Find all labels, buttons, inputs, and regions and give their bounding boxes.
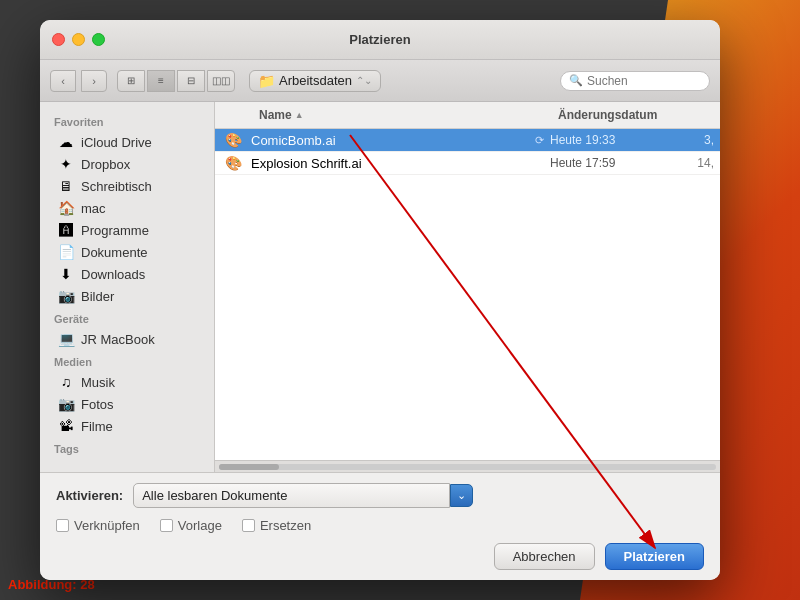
view-columns-button[interactable]: ⊟ [177, 70, 205, 92]
checkbox-verknuepfen-label: Verknüpfen [74, 518, 140, 533]
table-row[interactable]: 🎨 ComicBomb.ai ⟳ Heute 19:33 3, [215, 129, 720, 152]
dokumente-icon: 📄 [58, 244, 74, 260]
view-grid-button[interactable]: ⊞ [117, 70, 145, 92]
file-name-explosion: Explosion Schrift.ai [251, 156, 544, 171]
sort-arrow-icon: ▲ [295, 110, 304, 120]
checkbox-ersetzen-label: Ersetzen [260, 518, 311, 533]
sidebar-label-bilder: Bilder [81, 289, 114, 304]
sidebar-item-fotos[interactable]: 📷 Fotos [44, 393, 210, 415]
search-box[interactable]: 🔍 [560, 71, 710, 91]
file-date-comicbomb: Heute 19:33 [550, 133, 680, 147]
sidebar-label-macbook: JR MacBook [81, 332, 155, 347]
view-gallery-button[interactable]: ◫◫ [207, 70, 235, 92]
sidebar-label-schreibtisch: Schreibtisch [81, 179, 152, 194]
minimize-button[interactable] [72, 33, 85, 46]
sidebar-item-downloads[interactable]: ⬇ Downloads [44, 263, 210, 285]
musik-icon: ♫ [58, 374, 74, 390]
folder-selector[interactable]: 📁 Arbeitsdaten ⌃⌄ [249, 70, 381, 92]
sidebar-label-icloud: iCloud Drive [81, 135, 152, 150]
folder-name: Arbeitsdaten [279, 73, 352, 88]
sidebar-item-filme[interactable]: 📽 Filme [44, 415, 210, 437]
list-icon: ≡ [158, 75, 164, 86]
scrollbar-thumb[interactable] [219, 464, 279, 470]
platzieren-dialog: Platzieren ‹ › ⊞ ≡ ⊟ ◫◫ 📁 Arbeitsdaten [40, 20, 720, 580]
sidebar-label-dokumente: Dokumente [81, 245, 147, 260]
close-button[interactable] [52, 33, 65, 46]
sidebar-label-mac: mac [81, 201, 106, 216]
filter-dropdown-arrow[interactable]: ⌄ [450, 484, 473, 507]
bilder-icon: 📷 [58, 288, 74, 304]
checkbox-vorlage-item: Vorlage [160, 518, 222, 533]
buttons-row: Abbrechen Platzieren [56, 543, 704, 570]
sidebar-section-medien: Medien [40, 350, 214, 371]
toolbar: ‹ › ⊞ ≡ ⊟ ◫◫ 📁 Arbeitsdaten ⌃⌄ 🔍 [40, 60, 720, 102]
view-list-button[interactable]: ≡ [147, 70, 175, 92]
forward-button[interactable]: › [81, 70, 107, 92]
dialog-title: Platzieren [349, 32, 410, 47]
sidebar-item-musik[interactable]: ♫ Musik [44, 371, 210, 393]
file-list-header: Name ▲ Änderungsdatum [215, 102, 720, 129]
sidebar-item-icloud[interactable]: ☁ iCloud Drive [44, 131, 210, 153]
sidebar: Favoriten ☁ iCloud Drive ✦ Dropbox 🖥 Sch… [40, 102, 215, 472]
maximize-button[interactable] [92, 33, 105, 46]
bottom-area: Aktivieren: Alle lesbaren Dokumente ⌄ Ve… [40, 472, 720, 580]
checkboxes-row: Verknüpfen Vorlage Ersetzen [56, 518, 704, 533]
sidebar-label-musik: Musik [81, 375, 115, 390]
scrollbar-area[interactable] [215, 460, 720, 472]
downloads-icon: ⬇ [58, 266, 74, 282]
sidebar-item-bilder[interactable]: 📷 Bilder [44, 285, 210, 307]
table-row[interactable]: 🎨 Explosion Schrift.ai Heute 17:59 14, [215, 152, 720, 175]
folder-dropdown-icon: ⌃⌄ [356, 75, 372, 86]
checkbox-vorlage-label: Vorlage [178, 518, 222, 533]
checkbox-ersetzen[interactable] [242, 519, 255, 532]
col-name-label: Name [259, 108, 292, 122]
scrollbar-track [219, 464, 716, 470]
file-list-area: Name ▲ Änderungsdatum 🎨 ComicBomb.ai ⟳ H… [215, 102, 720, 472]
file-size-explosion: 14, [680, 156, 720, 170]
forward-icon: › [92, 75, 96, 87]
grid-icon: ⊞ [127, 75, 135, 86]
checkbox-verknuepfen-item: Verknüpfen [56, 518, 140, 533]
sidebar-item-dokumente[interactable]: 📄 Dokumente [44, 241, 210, 263]
col-header-size[interactable] [680, 106, 720, 124]
sidebar-item-dropbox[interactable]: ✦ Dropbox [44, 153, 210, 175]
col-header-date[interactable]: Änderungsdatum [550, 106, 680, 124]
file-icon-explosion: 🎨 [215, 155, 251, 171]
sidebar-section-favoriten: Favoriten [40, 110, 214, 131]
programme-icon: 🅰 [58, 222, 74, 238]
file-size-comicbomb: 3, [680, 133, 720, 147]
checkbox-ersetzen-item: Ersetzen [242, 518, 311, 533]
sidebar-item-programme[interactable]: 🅰 Programme [44, 219, 210, 241]
file-date-explosion: Heute 17:59 [550, 156, 680, 170]
cancel-button[interactable]: Abbrechen [494, 543, 595, 570]
file-name-comicbomb: ComicBomb.ai [251, 133, 535, 148]
file-list: 🎨 ComicBomb.ai ⟳ Heute 19:33 3, 🎨 Explos… [215, 129, 720, 460]
folder-icon: 📁 [258, 73, 275, 89]
search-input[interactable] [587, 74, 701, 88]
col-date-label: Änderungsdatum [558, 108, 657, 122]
file-icon-comicbomb: 🎨 [215, 132, 251, 148]
window-controls [52, 33, 105, 46]
filme-icon: 📽 [58, 418, 74, 434]
back-button[interactable]: ‹ [50, 70, 76, 92]
columns-icon: ⊟ [187, 75, 195, 86]
filter-select-display[interactable]: Alle lesbaren Dokumente [133, 483, 450, 508]
sidebar-item-macbook[interactable]: 💻 JR MacBook [44, 328, 210, 350]
sidebar-label-filme: Filme [81, 419, 113, 434]
content-area: Favoriten ☁ iCloud Drive ✦ Dropbox 🖥 Sch… [40, 102, 720, 472]
title-bar: Platzieren [40, 20, 720, 60]
sidebar-section-geraete: Geräte [40, 307, 214, 328]
place-button[interactable]: Platzieren [605, 543, 704, 570]
checkbox-vorlage[interactable] [160, 519, 173, 532]
checkbox-verknuepfen[interactable] [56, 519, 69, 532]
dropbox-icon: ✦ [58, 156, 74, 172]
sidebar-label-fotos: Fotos [81, 397, 114, 412]
sidebar-label-downloads: Downloads [81, 267, 145, 282]
sidebar-item-mac[interactable]: 🏠 mac [44, 197, 210, 219]
col-header-name[interactable]: Name ▲ [251, 106, 550, 124]
filter-select-wrapper: Alle lesbaren Dokumente ⌄ [133, 483, 473, 508]
view-controls: ⊞ ≡ ⊟ ◫◫ [117, 70, 235, 92]
filter-row: Aktivieren: Alle lesbaren Dokumente ⌄ [56, 483, 704, 508]
sync-icon-comicbomb: ⟳ [535, 134, 544, 147]
sidebar-item-schreibtisch[interactable]: 🖥 Schreibtisch [44, 175, 210, 197]
